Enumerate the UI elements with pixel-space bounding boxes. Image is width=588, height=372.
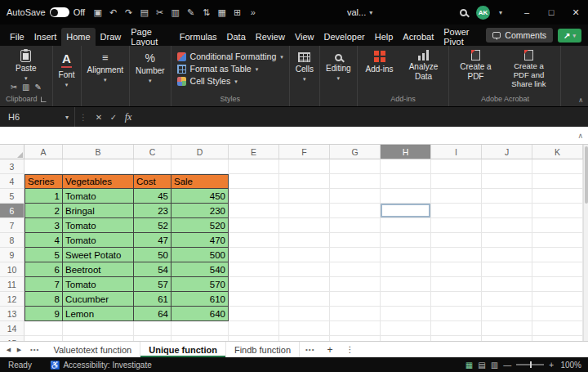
cell-E11[interactable] [229, 277, 279, 292]
cell-C8[interactable]: 47 [134, 233, 172, 248]
row-header-3[interactable]: 3 [0, 159, 24, 174]
cell-E12[interactable] [229, 292, 279, 307]
cell-J8[interactable] [482, 233, 532, 248]
create-pdf-button[interactable]: Create a PDF [455, 50, 496, 89]
ribbon-tab-page-layout[interactable]: Page Layout [126, 28, 174, 46]
cell-I8[interactable] [431, 233, 482, 248]
cell-H6[interactable] [381, 204, 431, 218]
cell-D13[interactable]: 640 [172, 307, 229, 321]
row-header-9[interactable]: 9 [0, 248, 24, 262]
ribbon-tab-data[interactable]: Data [222, 28, 251, 46]
cell-A5[interactable]: 1 [24, 189, 63, 204]
paste-button[interactable]: Paste ▾ [13, 50, 39, 81]
cancel-entry-button[interactable]: ✕ [91, 113, 106, 122]
ribbon-tab-developer[interactable]: Developer [319, 28, 370, 46]
ribbon-tab-insert[interactable]: Insert [29, 28, 62, 46]
cell-H5[interactable] [381, 189, 431, 204]
cell-K10[interactable] [532, 262, 583, 277]
cell-E10[interactable] [229, 262, 279, 277]
cell-G14[interactable] [330, 321, 381, 336]
cell-E13[interactable] [229, 307, 279, 321]
cell-B9[interactable]: Sweet Potato [63, 248, 134, 262]
document-title[interactable]: val... ▾ [265, 7, 454, 17]
row-header-12[interactable]: 12 [0, 292, 24, 307]
scrollbar-thumb[interactable] [585, 146, 588, 204]
copy-icon[interactable]: ▥ [168, 7, 182, 18]
cell-G13[interactable] [330, 307, 381, 321]
cell-G12[interactable] [330, 292, 381, 307]
page-break-view-icon[interactable]: ▥ [491, 361, 498, 370]
cell-G7[interactable] [330, 218, 381, 233]
conditional-formatting-button[interactable]: Conditional Formatting ▾ [177, 52, 283, 61]
cell-C5[interactable]: 45 [134, 189, 172, 204]
cell-E6[interactable] [229, 204, 279, 218]
cell-F12[interactable] [279, 292, 330, 307]
format-as-table-button[interactable]: Format as Table ▾ [177, 64, 259, 74]
cell-D4[interactable]: Sale [172, 174, 229, 189]
cell-C4[interactable]: Cost [134, 174, 172, 189]
zoom-level[interactable]: 100% [559, 361, 581, 370]
cell-F3[interactable] [279, 159, 330, 174]
cell-B4[interactable]: Vegetables [63, 174, 134, 189]
cell-J12[interactable] [482, 292, 532, 307]
cell-K3[interactable] [532, 159, 583, 174]
cell-C14[interactable] [134, 321, 172, 336]
cell-K12[interactable] [532, 292, 583, 307]
cell-J9[interactable] [482, 248, 532, 262]
row-header-8[interactable]: 8 [0, 233, 24, 248]
cell-A13[interactable]: 9 [24, 307, 63, 321]
cell-D14[interactable] [172, 321, 229, 336]
paste-icon[interactable]: ▤ [137, 7, 151, 18]
row-header-5[interactable]: 5 [0, 189, 24, 204]
column-header-J[interactable]: J [482, 145, 532, 159]
cell-G6[interactable] [330, 204, 381, 218]
more-sheets-left-button[interactable]: ••• [24, 346, 45, 353]
cell-I10[interactable] [431, 262, 482, 277]
cell-H9[interactable] [381, 248, 431, 262]
cell-J14[interactable] [482, 321, 532, 336]
sort-icon[interactable]: ⇅ [199, 7, 213, 18]
share-button[interactable]: ↗ ▾ [558, 29, 581, 43]
drag-handle-icon[interactable]: ⋮ [75, 113, 91, 122]
cell-H11[interactable] [381, 277, 431, 292]
cell-K4[interactable] [532, 174, 583, 189]
zoom-out-button[interactable]: — [503, 361, 511, 370]
cell-K5[interactable] [532, 189, 583, 204]
row-header-10[interactable]: 10 [0, 262, 24, 277]
cell-B8[interactable]: Tomato [63, 233, 134, 248]
column-header-C[interactable]: C [134, 145, 172, 159]
format-painter-icon[interactable]: ✎ [34, 83, 41, 92]
cell-I11[interactable] [431, 277, 482, 292]
cell-B6[interactable]: Bringal [63, 204, 134, 218]
dialog-launcher-icon[interactable] [41, 96, 47, 102]
search-icon[interactable] [460, 9, 467, 16]
cell-E3[interactable] [229, 159, 279, 174]
analyze-data-button[interactable]: Analyze Data [403, 50, 443, 81]
sheet-tab-unique-function[interactable]: Unique function [140, 342, 226, 357]
cell-H10[interactable] [381, 262, 431, 277]
cell-A12[interactable]: 8 [24, 292, 63, 307]
cell-F6[interactable] [279, 204, 330, 218]
cell-K6[interactable] [532, 204, 583, 218]
cell-I3[interactable] [431, 159, 482, 174]
cell-B10[interactable]: Beetroot [63, 262, 134, 277]
undo-icon[interactable]: ↶ [106, 7, 120, 18]
cell-D8[interactable]: 470 [172, 233, 229, 248]
cell-G8[interactable] [330, 233, 381, 248]
row-header-11[interactable]: 11 [0, 277, 24, 292]
cell-A9[interactable]: 5 [24, 248, 63, 262]
ribbon-tab-file[interactable]: File [5, 28, 29, 46]
ribbon-options-chevron-icon[interactable]: ▾ [499, 9, 502, 16]
cell-J4[interactable] [482, 174, 532, 189]
cell-H4[interactable] [381, 174, 431, 189]
cell-F7[interactable] [279, 218, 330, 233]
cell-B12[interactable]: Cucumber [63, 292, 134, 307]
ribbon-tab-acrobat[interactable]: Acrobat [398, 28, 439, 46]
cell-C13[interactable]: 64 [134, 307, 172, 321]
column-header-F[interactable]: F [279, 145, 330, 159]
ribbon-tab-draw[interactable]: Draw [96, 28, 127, 46]
next-sheet-icon[interactable]: ▶ [14, 347, 24, 353]
cell-B5[interactable]: Tomato [63, 189, 134, 204]
autosave-toggle[interactable]: AutoSave Off [7, 7, 85, 17]
cells-group[interactable]: Cells ▾ [290, 46, 320, 106]
